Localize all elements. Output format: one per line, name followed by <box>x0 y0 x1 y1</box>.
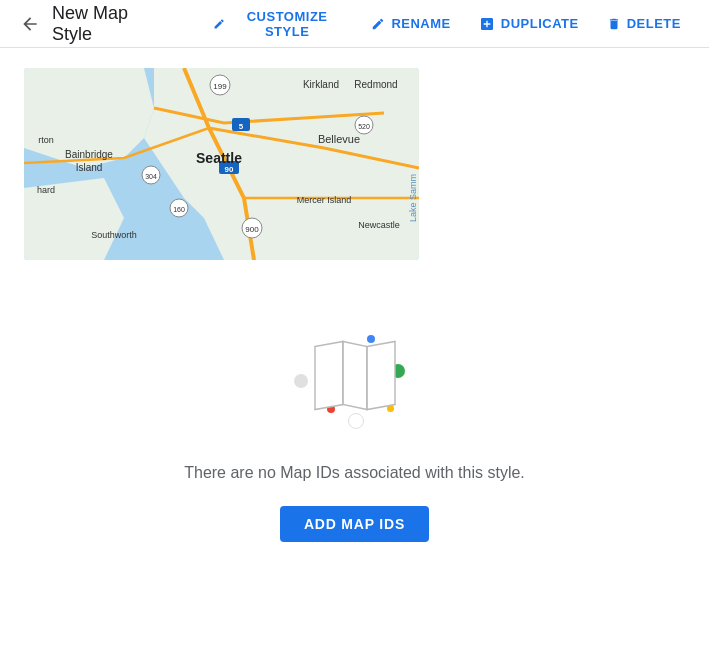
svg-marker-31 <box>343 342 367 410</box>
duplicate-label: DUPLICATE <box>501 16 579 31</box>
customize-style-button[interactable]: CUSTOMIZE STYLE <box>201 3 356 45</box>
customize-label: CUSTOMIZE STYLE <box>231 9 344 39</box>
delete-icon <box>607 17 621 31</box>
svg-text:520: 520 <box>358 123 370 130</box>
svg-text:Mercer Island: Mercer Island <box>297 195 352 205</box>
svg-text:90: 90 <box>225 165 234 174</box>
rename-label: RENAME <box>391 16 450 31</box>
page-title: New Map Style <box>52 3 169 45</box>
svg-text:900: 900 <box>245 225 259 234</box>
svg-text:Kirkland: Kirkland <box>303 79 339 90</box>
svg-text:hard: hard <box>37 185 55 195</box>
map-illustration <box>275 304 435 444</box>
svg-text:Newcastle: Newcastle <box>358 220 400 230</box>
svg-text:199: 199 <box>213 82 227 91</box>
delete-button[interactable]: DELETE <box>595 10 693 37</box>
svg-text:Bellevue: Bellevue <box>318 133 360 145</box>
empty-state: There are no Map IDs associated with thi… <box>24 284 685 572</box>
map-preview: 5 90 199 900 304 160 520 Bainbridge Isla… <box>24 68 419 260</box>
duplicate-button[interactable]: DUPLICATE <box>467 10 591 38</box>
svg-text:Island: Island <box>76 162 103 173</box>
white-dot <box>348 413 364 429</box>
svg-text:Seattle: Seattle <box>196 150 242 166</box>
header-actions: CUSTOMIZE STYLE RENAME DUPLICATE DELETE <box>201 3 693 45</box>
gray-dot <box>294 374 308 388</box>
svg-text:304: 304 <box>145 173 157 180</box>
svg-text:Southworth: Southworth <box>91 230 137 240</box>
header: New Map Style CUSTOMIZE STYLE RENAME DUP… <box>0 0 709 48</box>
add-map-ids-button[interactable]: ADD MAP IDS <box>280 506 429 542</box>
main-content: 5 90 199 900 304 160 520 Bainbridge Isla… <box>0 48 709 592</box>
svg-text:160: 160 <box>173 206 185 213</box>
rename-button[interactable]: RENAME <box>359 10 462 37</box>
back-button[interactable] <box>16 10 44 38</box>
customize-icon <box>213 17 225 31</box>
delete-label: DELETE <box>627 16 681 31</box>
svg-marker-30 <box>315 342 343 410</box>
rename-icon <box>371 17 385 31</box>
map-thumbnail: 5 90 199 900 304 160 520 Bainbridge Isla… <box>24 68 419 260</box>
duplicate-icon <box>479 16 495 32</box>
svg-text:Redmond: Redmond <box>354 79 397 90</box>
svg-marker-32 <box>367 342 395 410</box>
svg-text:Lake Samm: Lake Samm <box>408 174 418 222</box>
svg-text:Bainbridge: Bainbridge <box>65 149 113 160</box>
svg-text:rton: rton <box>38 135 54 145</box>
svg-text:5: 5 <box>239 122 244 131</box>
folded-map-icon <box>310 337 400 412</box>
empty-message: There are no Map IDs associated with thi… <box>184 464 525 482</box>
